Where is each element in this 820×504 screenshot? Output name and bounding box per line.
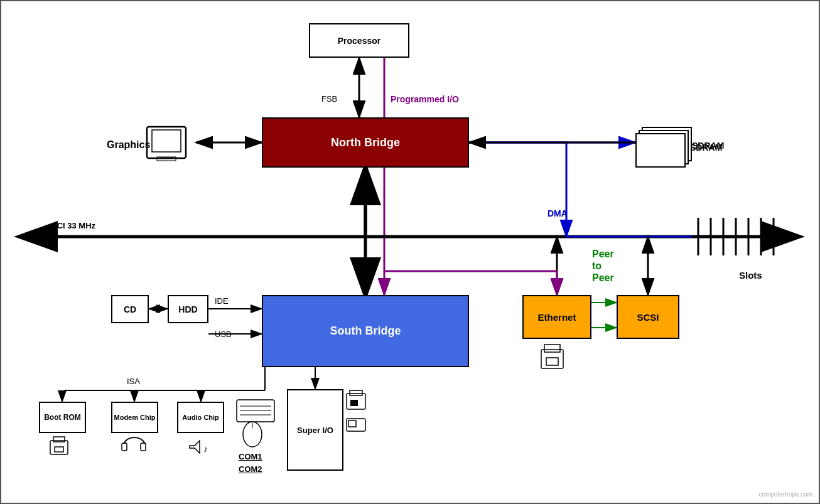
svg-rect-56 <box>55 447 63 452</box>
watermark: computerhope.com <box>758 491 812 498</box>
svg-rect-48 <box>237 400 274 422</box>
super-io-box: Super I/O <box>287 389 343 471</box>
svg-rect-41 <box>544 345 560 352</box>
cd-label: CD <box>124 304 136 314</box>
svg-rect-40 <box>541 350 563 368</box>
boot-rom-label: Boot ROM <box>44 413 81 422</box>
svg-rect-58 <box>141 443 146 451</box>
slots-label: Slots <box>739 270 762 281</box>
isa-label: ISA <box>127 377 140 386</box>
peer-to-peer-label: PeertoPeer <box>592 248 614 284</box>
svg-rect-61 <box>147 127 186 158</box>
north-bridge-label: North Bridge <box>331 136 400 149</box>
ide-label: IDE <box>215 296 229 306</box>
svg-rect-64 <box>157 157 176 161</box>
south-bridge-box: South Bridge <box>262 295 469 367</box>
modem-chip-label: Modem Chip <box>114 414 156 421</box>
svg-rect-57 <box>122 443 127 451</box>
svg-rect-45 <box>350 400 358 406</box>
sdram-label2: SDRAM <box>690 142 722 153</box>
boot-rom-box: Boot ROM <box>39 402 86 433</box>
ethernet-label: Ethernet <box>538 312 576 323</box>
svg-point-52 <box>243 422 262 447</box>
svg-rect-47 <box>348 421 356 427</box>
cd-box: CD <box>111 295 149 323</box>
audio-chip-box: Audio Chip <box>177 402 224 433</box>
svg-rect-44 <box>350 390 362 395</box>
graphics-label: Graphics <box>107 139 150 151</box>
processor-box: Processor <box>309 23 409 58</box>
diagram: ♪ Processor North Bridge South Bridge Et… <box>0 0 820 504</box>
processor-label: Processor <box>338 36 380 46</box>
svg-text:♪: ♪ <box>203 444 208 454</box>
dma-label: DMA <box>548 208 568 218</box>
svg-rect-54 <box>50 441 68 454</box>
fsb-label: FSB <box>321 94 337 104</box>
svg-rect-43 <box>347 394 365 409</box>
hdd-label: HDD <box>178 304 197 314</box>
programmed-io-label: Programmed I/O <box>391 94 459 104</box>
usb-label: USB <box>215 330 232 339</box>
hdd-box: HDD <box>168 295 208 323</box>
audio-chip-label: Audio Chip <box>182 414 219 421</box>
svg-rect-46 <box>347 419 365 431</box>
super-io-label: Super I/O <box>297 426 333 435</box>
scsi-box: SCSI <box>617 295 679 339</box>
north-bridge-box: North Bridge <box>262 117 469 168</box>
south-bridge-label: South Bridge <box>330 324 401 338</box>
com2-label: COM2 <box>239 464 262 474</box>
svg-rect-42 <box>546 358 558 365</box>
svg-marker-59 <box>190 441 200 453</box>
scsi-label: SCSI <box>637 312 659 323</box>
ethernet-box: Ethernet <box>522 295 591 339</box>
modem-chip-box: Modem Chip <box>111 402 158 433</box>
pci-label: PCI 33 MHz <box>51 221 95 230</box>
com1-label: COM1 <box>239 452 262 461</box>
svg-rect-62 <box>152 130 181 152</box>
svg-rect-55 <box>53 437 65 442</box>
